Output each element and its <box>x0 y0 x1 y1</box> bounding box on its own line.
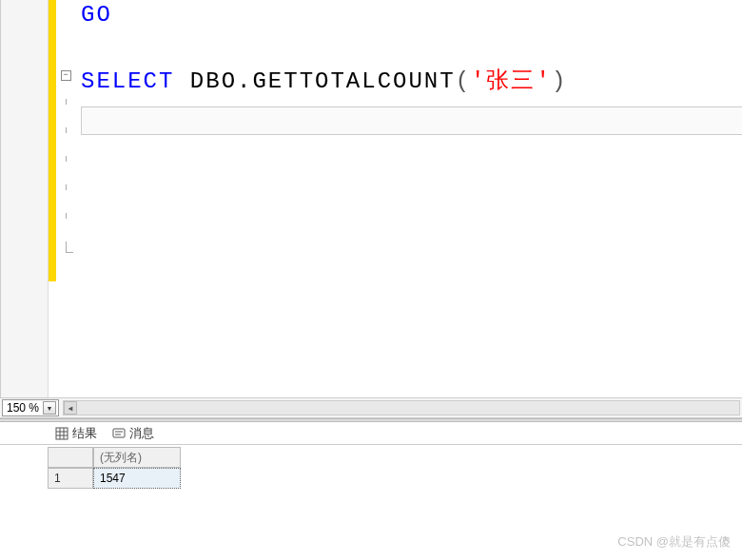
code-line-blank <box>56 213 742 241</box>
zoom-value: 150 % <box>7 401 39 415</box>
paren-open: ( <box>456 68 471 94</box>
table-row[interactable]: 1 1547 <box>48 468 742 489</box>
code-line-end <box>56 241 742 270</box>
keyword-select: SELECT <box>81 68 174 94</box>
tab-messages[interactable]: 消息 <box>105 423 162 444</box>
code-line: GO <box>56 2 742 36</box>
paren-close: ) <box>552 68 567 94</box>
code-editor[interactable]: GO − SELECT DBO.GETTOTALCOUNT('张三') <box>56 0 742 397</box>
message-icon <box>112 427 126 440</box>
tab-results[interactable]: 结果 <box>48 423 105 444</box>
editor-container: GO − SELECT DBO.GETTOTALCOUNT('张三') <box>0 0 742 397</box>
horizontal-scrollbar[interactable]: ◀ <box>63 400 740 415</box>
keyword-go: GO <box>81 2 112 28</box>
grid-column-header[interactable]: (无列名) <box>93 447 181 468</box>
outline-collapse-toggle[interactable]: − <box>61 70 71 81</box>
grid-cell-value[interactable]: 1547 <box>93 468 181 489</box>
svg-rect-0 <box>56 428 68 439</box>
grid-corner-cell[interactable] <box>48 447 93 468</box>
tab-messages-label: 消息 <box>129 425 154 442</box>
tab-results-label: 结果 <box>72 425 97 442</box>
scroll-left-arrow[interactable]: ◀ <box>64 401 77 415</box>
editor-left-margin <box>1 0 49 397</box>
grid-header-row: (无列名) <box>48 447 742 468</box>
watermark-text: CSDN @就是有点傻 <box>617 533 731 550</box>
grid-icon <box>55 427 68 440</box>
string-arg: '张三' <box>471 68 552 94</box>
code-line-blank <box>56 99 742 127</box>
zoom-bar: 150 % ▼ ◀ <box>0 397 742 418</box>
grid-row-number[interactable]: 1 <box>48 468 93 489</box>
function-call: DBO.GETTOTALCOUNT <box>174 68 455 94</box>
code-line-blank <box>56 156 742 184</box>
results-tabs: 结果 消息 <box>0 422 742 445</box>
results-grid: (无列名) 1 1547 <box>0 445 742 489</box>
code-line-blank <box>56 36 742 65</box>
code-line-blank <box>56 127 742 156</box>
zoom-select[interactable]: 150 % ▼ <box>2 399 59 416</box>
code-line-blank <box>56 184 742 213</box>
change-indicator-bar <box>49 0 56 281</box>
code-line: − SELECT DBO.GETTOTALCOUNT('张三') <box>56 65 742 99</box>
zoom-dropdown-button[interactable]: ▼ <box>43 401 56 415</box>
svg-rect-5 <box>113 429 125 437</box>
